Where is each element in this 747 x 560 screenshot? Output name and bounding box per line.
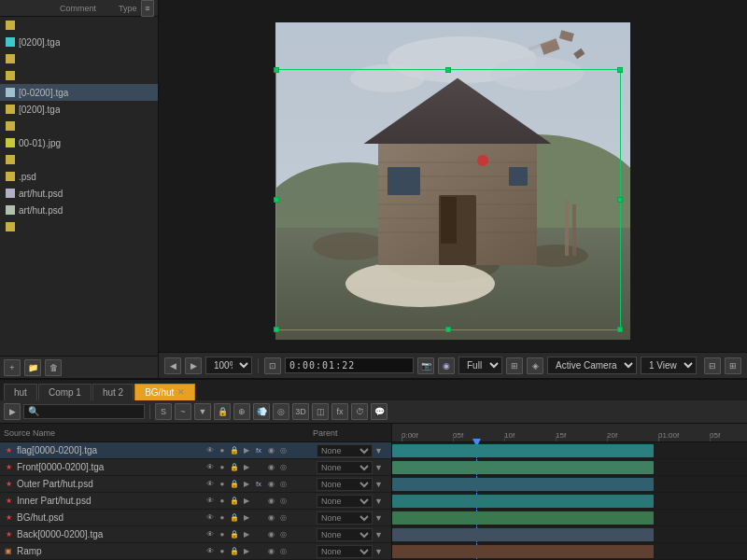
switch-eye[interactable]: 👁 bbox=[204, 546, 216, 557]
switch-motion[interactable]: ◉ bbox=[265, 512, 276, 524]
switch-3d[interactable]: ◎ bbox=[277, 445, 289, 456]
switch-lock[interactable]: 🔒 bbox=[229, 462, 240, 473]
camera-select[interactable]: Active Camera bbox=[547, 357, 637, 374]
tab-bghut[interactable]: BG/hut ✕ bbox=[134, 384, 195, 400]
track-row-5[interactable] bbox=[392, 510, 747, 526]
timeline-play-btn[interactable]: ▶ bbox=[4, 403, 21, 420]
layer-row[interactable]: ★ Front[0000-0200].tga 👁 ● 🔒 ▶ ◉ ◎ None … bbox=[0, 459, 391, 476]
list-item[interactable]: 00-01).jpg bbox=[0, 134, 158, 151]
prev-frame-button[interactable]: ◀ bbox=[164, 357, 181, 374]
switch-motion[interactable]: ◉ bbox=[265, 496, 276, 507]
parent-select-2[interactable]: None bbox=[317, 461, 373, 474]
switch-3d[interactable]: ◎ bbox=[277, 496, 289, 507]
layer-row[interactable]: ★ Inner Part/hut.psd 👁 ● 🔒 ▶ ◉ ◎ None ▼ bbox=[0, 493, 391, 510]
switch-eye[interactable]: 👁 bbox=[204, 529, 216, 540]
folder-button[interactable]: 📁 bbox=[24, 359, 41, 376]
layer-row[interactable]: ▣ Ramp 👁 ● 🔒 ▶ ◉ ◎ None ▼ bbox=[0, 543, 391, 560]
switch-3d[interactable]: ◎ bbox=[277, 529, 289, 540]
quality-select[interactable]: Full bbox=[458, 357, 502, 374]
time-btn[interactable]: ⏱ bbox=[351, 403, 368, 420]
list-item[interactable] bbox=[0, 151, 158, 168]
blending-btn[interactable]: ⊕ bbox=[233, 403, 250, 420]
delete-button[interactable]: 🗑 bbox=[45, 359, 62, 376]
tab-bghut-close[interactable]: ✕ bbox=[177, 387, 185, 397]
tab-comp1[interactable]: Comp 1 bbox=[38, 384, 92, 400]
timecode-input[interactable] bbox=[285, 357, 414, 373]
shy-btn[interactable]: ~ bbox=[175, 403, 191, 420]
3d-btn[interactable]: 3D bbox=[292, 403, 309, 420]
switch-lock[interactable]: 🔒 bbox=[229, 479, 240, 490]
solo-btn[interactable]: S bbox=[155, 403, 172, 420]
lock-btn[interactable]: 🔒 bbox=[214, 403, 231, 420]
view-select[interactable]: 1 View bbox=[641, 357, 697, 374]
list-item[interactable]: .psd bbox=[0, 168, 158, 185]
play-button[interactable]: ▶ bbox=[185, 357, 202, 374]
switch-lock[interactable]: 🔒 bbox=[229, 546, 240, 557]
shapes-btn[interactable]: ◫ bbox=[312, 403, 329, 420]
tab-hut[interactable]: hut bbox=[4, 384, 37, 400]
fit-button[interactable]: ⊡ bbox=[264, 357, 281, 374]
camera-icon[interactable]: 📷 bbox=[417, 357, 434, 374]
switch-lock[interactable]: 🔒 bbox=[229, 445, 240, 456]
switch-collapse[interactable]: ▶ bbox=[241, 462, 252, 473]
parent-select-5[interactable]: None bbox=[317, 511, 373, 525]
list-item[interactable]: [0200].tga bbox=[0, 34, 158, 50]
grid-icon[interactable]: ⊞ bbox=[506, 357, 523, 374]
track-row-4[interactable] bbox=[392, 493, 747, 510]
switch-eye[interactable]: 👁 bbox=[204, 462, 216, 473]
extra-btn1[interactable]: ⊟ bbox=[704, 357, 721, 374]
switch-collapse[interactable]: ▶ bbox=[241, 445, 252, 456]
track-row-3[interactable] bbox=[392, 476, 747, 493]
switch-eye[interactable]: 👁 bbox=[204, 445, 216, 456]
switch-lock[interactable]: 🔒 bbox=[229, 496, 240, 507]
mask-icon[interactable]: ◈ bbox=[527, 357, 543, 374]
adjustment-btn[interactable]: ◎ bbox=[273, 403, 289, 420]
layer-row[interactable]: ★ flag[0000-0200].tga 👁 ● 🔒 ▶ fx ◉ ◎ Non… bbox=[0, 442, 391, 459]
list-item[interactable] bbox=[0, 17, 158, 34]
switch-fx[interactable]: fx bbox=[253, 479, 264, 490]
layer-row[interactable]: ★ Back[0000-0200].tga 👁 ● 🔒 ▶ ◉ ◎ None ▼ bbox=[0, 526, 391, 543]
list-item[interactable] bbox=[0, 67, 158, 84]
list-item[interactable] bbox=[0, 118, 158, 134]
layer-row[interactable]: ★ BG/hut.psd 👁 ● 🔒 ▶ ◉ ◎ None ▼ bbox=[0, 510, 391, 526]
parent-select-3[interactable]: None bbox=[317, 478, 373, 491]
switch-solo[interactable]: ● bbox=[217, 512, 228, 524]
switch-3d[interactable]: ◎ bbox=[277, 512, 289, 524]
collapse-btn[interactable]: ▼ bbox=[194, 403, 211, 420]
list-item[interactable]: [0200].tga bbox=[0, 101, 158, 118]
motion-blur-btn[interactable]: 💨 bbox=[253, 403, 270, 420]
switch-motion[interactable]: ◉ bbox=[265, 445, 276, 456]
extra-btn2[interactable]: ⊞ bbox=[725, 357, 741, 374]
switch-collapse[interactable]: ▶ bbox=[241, 479, 252, 490]
new-item-button[interactable]: + bbox=[4, 359, 21, 376]
list-item[interactable] bbox=[0, 218, 158, 235]
switch-3d[interactable]: ◎ bbox=[277, 546, 289, 557]
color-icon[interactable]: ◉ bbox=[438, 357, 455, 374]
parent-select-6[interactable]: None bbox=[317, 528, 373, 541]
list-item[interactable]: [0-0200].tga bbox=[0, 84, 158, 101]
switch-lock[interactable]: 🔒 bbox=[229, 529, 240, 540]
switch-lock[interactable]: 🔒 bbox=[229, 512, 240, 524]
switch-solo[interactable]: ● bbox=[217, 445, 228, 456]
layer-row[interactable]: ★ Outer Part/hut.psd 👁 ● 🔒 ▶ fx ◉ ◎ None… bbox=[0, 476, 391, 493]
switch-motion[interactable]: ◉ bbox=[265, 462, 276, 473]
list-item[interactable]: art/hut.psd bbox=[0, 202, 158, 218]
switch-eye[interactable]: 👁 bbox=[204, 479, 216, 490]
switch-eye[interactable]: 👁 bbox=[204, 496, 216, 507]
switch-solo[interactable]: ● bbox=[217, 529, 228, 540]
parent-select-4[interactable]: None bbox=[317, 495, 373, 508]
parent-select-7[interactable]: None bbox=[317, 545, 373, 558]
list-item[interactable] bbox=[0, 50, 158, 67]
comment-btn[interactable]: 💬 bbox=[371, 403, 388, 420]
track-row-1[interactable] bbox=[392, 442, 747, 459]
timeline-search[interactable] bbox=[23, 404, 145, 419]
switch-eye[interactable]: 👁 bbox=[204, 512, 216, 524]
switch-motion[interactable]: ◉ bbox=[265, 529, 276, 540]
switch-collapse[interactable]: ▶ bbox=[241, 512, 252, 524]
switch-solo[interactable]: ● bbox=[217, 496, 228, 507]
switch-motion[interactable]: ◉ bbox=[265, 546, 276, 557]
tab-hut2[interactable]: hut 2 bbox=[92, 384, 134, 400]
switch-fx[interactable]: fx bbox=[253, 445, 264, 456]
track-row-2[interactable] bbox=[392, 459, 747, 476]
switch-collapse[interactable]: ▶ bbox=[241, 496, 252, 507]
